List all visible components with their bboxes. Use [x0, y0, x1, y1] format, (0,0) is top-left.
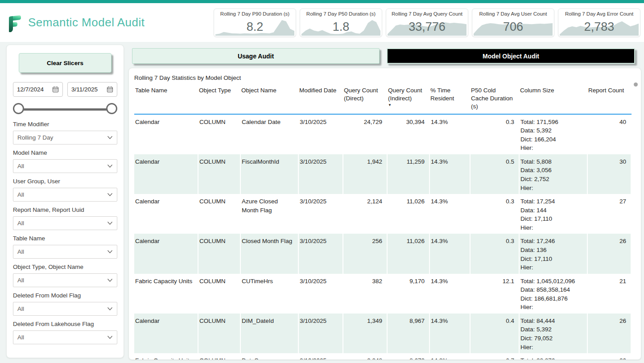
cell-query-count-direct: 256	[343, 234, 387, 273]
chevron-down-icon	[107, 307, 113, 311]
cell-object-type: COLUMN	[198, 154, 240, 194]
slicer-dropdown[interactable]: All	[13, 245, 117, 259]
stats-table: Table NameObject TypeObject NameModified…	[134, 86, 632, 360]
cell-modified-date: 3/10/2025	[298, 314, 343, 353]
cell-column-size: Total: 17,246Data: 136Dict: 17,110Hier:	[519, 234, 587, 273]
kpi-value: 33,776	[386, 20, 468, 34]
slicer-deleted-from-model-flag: Deleted From Model FlagAll	[13, 292, 117, 316]
table-panel: Rolling 7 Day Statistics by Model Object…	[128, 68, 641, 360]
cell-column-size: Total: 171,596Data: 5,392Dict: 166,204Hi…	[519, 114, 587, 154]
table-title: Rolling 7 Day Statistics by Model Object	[134, 74, 636, 81]
slicer-dropdown[interactable]: All	[13, 273, 117, 287]
date-range-slicer: 12/7/2024 3/11/2025	[13, 82, 117, 97]
slicer-label: Table Name	[13, 235, 117, 242]
calendar-icon	[52, 86, 59, 93]
slicer-time-modifier: Time ModifierRolling 7 Day	[13, 121, 117, 144]
cell-report-count: 40	[587, 114, 631, 154]
cell-query-count-direct: 2,124	[343, 194, 387, 234]
column-header-query-count-indirect-[interactable]: Query Count (Indirect)▼	[387, 86, 429, 114]
slider-handle-end[interactable]	[106, 103, 117, 114]
clear-slicers-button[interactable]: Clear Slicers	[19, 53, 111, 73]
cell-modified-date: 3/10/2025	[298, 114, 343, 154]
slicer-dropdown[interactable]: All	[13, 159, 117, 173]
scrollbar-thumb[interactable]	[634, 82, 638, 87]
table-row[interactable]: CalendarCOLUMNCalendar Date3/10/202524,7…	[134, 114, 631, 154]
slicer-dropdown[interactable]: All	[13, 302, 117, 316]
slicer-label: Time Modifier	[13, 121, 117, 128]
column-header-column-size[interactable]: Column Size	[519, 86, 587, 114]
cell-table-name: Fabric Capacity Units	[134, 274, 198, 314]
cell-pct-time-resident: 14.3%	[429, 234, 470, 273]
tab-usage-audit[interactable]: Usage Audit	[132, 48, 380, 64]
calendar-icon	[107, 86, 113, 93]
cell-object-name: Azure Closed Month Flag	[240, 194, 298, 234]
table-row[interactable]: Fabric Capacity UnitsCOLUMNCUTimeHrs3/10…	[134, 274, 631, 314]
table-row[interactable]: CalendarCOLUMNFiscalMonthId3/10/20251,94…	[134, 154, 631, 194]
slicer-value: All	[17, 191, 24, 198]
cell-query-count-direct: 1,349	[343, 314, 387, 353]
report-body: Clear Slicers 12/7/2024 3/11/2025 Time M…	[0, 42, 644, 360]
slicer-dropdown[interactable]: All	[13, 216, 117, 230]
end-date-input[interactable]: 3/11/2025	[67, 82, 117, 97]
column-header-p50-cold-cache-duration-s-[interactable]: P50 Cold Cache Duration (s)	[470, 86, 519, 114]
cell-object-type: COLUMN	[198, 114, 240, 154]
column-header-table-name[interactable]: Table Name	[134, 86, 198, 114]
cell-object-name: FiscalMonthId	[240, 154, 298, 194]
slider-handle-start[interactable]	[13, 103, 24, 114]
cell-object-name: DIM_DateId	[240, 314, 298, 353]
cell-pct-time-resident: 14.3%	[429, 114, 470, 154]
kpi-label: Rolling 7 Day P50 Duration (s)	[300, 9, 382, 16]
slicer-value: All	[17, 305, 24, 312]
cell-table-name: Calendar	[134, 194, 198, 234]
cell-column-size: Total: 17,254Data: 144Dict: 17,110Hier:	[519, 194, 587, 234]
kpi-card: Rolling 7 Day Avg Query Count33,776	[386, 8, 468, 37]
slider-track[interactable]	[19, 108, 111, 111]
cell-query-count-indirect: 11,259	[387, 154, 429, 194]
slicer-value: All	[17, 248, 24, 255]
cell-object-type: COLUMN	[198, 353, 240, 360]
cell-query-count-indirect: 30,394	[387, 114, 429, 154]
cell-table-name: Calendar	[134, 154, 198, 194]
cell-pct-time-resident: 14.3%	[429, 274, 470, 314]
kpi-label: Rolling 7 Day Avg User Count	[472, 9, 554, 16]
column-header-object-name[interactable]: Object Name	[240, 86, 298, 114]
cell-query-count-indirect: 9,170	[387, 274, 429, 314]
date-range-slider[interactable]	[14, 103, 116, 116]
cell-p50-cold-cache: 0.3	[470, 194, 519, 234]
kpi-label: Rolling 7 Day Avg Query Count	[386, 9, 468, 16]
slicer-report-name-report-uuid: Report Name, Report UuidAll	[13, 206, 117, 230]
cell-column-size: Total: 5,808Data: 3,056Dict: 2,752Hier:	[519, 154, 587, 194]
main-column: Usage Audit Model Object Audit Rolling 7…	[128, 45, 641, 360]
column-header--time-resident[interactable]: % Time Resident	[429, 86, 470, 114]
chevron-down-icon	[107, 136, 113, 140]
cell-modified-date: 3/10/2025	[298, 274, 343, 314]
cell-object-name: Closed Month Flag	[240, 234, 298, 273]
slicer-value: All	[17, 220, 24, 227]
start-date-value: 12/7/2024	[17, 86, 44, 93]
slicer-dropdown[interactable]: All	[13, 188, 117, 202]
start-date-input[interactable]: 12/7/2024	[13, 82, 63, 97]
cell-object-type: COLUMN	[198, 234, 240, 273]
chevron-down-icon	[107, 221, 113, 225]
slicer-dropdown[interactable]: All	[13, 330, 117, 344]
kpi-value: 706	[472, 20, 554, 34]
cell-column-size: Total: 1,045,012,096Data: 858,358,164Dic…	[519, 274, 587, 314]
column-header-modified-date[interactable]: Modified Date	[298, 86, 343, 114]
slicer-label: User Group, User	[13, 178, 117, 185]
table-row[interactable]: CalendarCOLUMNClosed Month Flag3/10/2025…	[134, 234, 631, 273]
slicer-dropdown[interactable]: Rolling 7 Day	[13, 131, 117, 144]
column-header-report-count[interactable]: Report Count	[587, 86, 631, 114]
table-row[interactable]: CalendarCOLUMNDIM_DateId3/10/20251,3498,…	[134, 314, 631, 353]
slicer-value: All	[17, 277, 24, 284]
table-row[interactable]: CalendarCOLUMNAzure Closed Month Flag3/1…	[134, 194, 631, 234]
column-header-query-count-direct-[interactable]: Query Count (Direct)	[343, 86, 387, 114]
chevron-down-icon	[107, 335, 113, 339]
kpi-label: Rolling 7 Day P90 Duration (s)	[214, 9, 296, 16]
slicer-label: Model Name	[13, 149, 117, 156]
table-row[interactable]: Fabric Capacity UnitsCOLUMNDataSource3/1…	[134, 353, 631, 360]
cell-pct-time-resident: 14.3%	[429, 314, 470, 353]
cell-p50-cold-cache: 0.3	[470, 234, 519, 273]
column-header-object-type[interactable]: Object Type	[198, 86, 240, 114]
kpi-value: 8.2	[214, 20, 296, 34]
tab-model-object-audit[interactable]: Model Object Audit	[387, 48, 635, 64]
